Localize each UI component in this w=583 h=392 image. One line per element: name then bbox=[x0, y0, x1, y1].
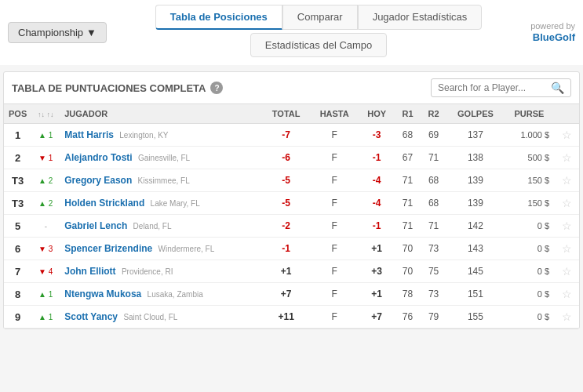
pos-cell: T3 bbox=[4, 169, 31, 192]
col-star bbox=[554, 104, 579, 124]
championship-button[interactable]: Championship ▼ bbox=[8, 22, 107, 43]
r2-cell: 69 bbox=[421, 124, 446, 147]
col-jugador: JUGADOR bbox=[60, 104, 262, 124]
purse-cell: 150 $ bbox=[505, 192, 554, 215]
player-name[interactable]: Spencer Brizendine bbox=[64, 243, 152, 254]
hasta-cell: F bbox=[310, 147, 359, 169]
golpes-cell: 143 bbox=[446, 238, 505, 260]
player-cell: Alejandro Tosti Gainesville, FL bbox=[60, 147, 262, 169]
pos-cell: 2 bbox=[4, 147, 31, 169]
r1-cell: 71 bbox=[395, 169, 421, 192]
scores-table-section: TABLA DE PUNTUACIONES COMPLETA ? 🔍 POS ↑… bbox=[3, 71, 580, 329]
player-cell: Ntengwa Mukosa Lusaka, Zambia bbox=[60, 283, 262, 306]
pos-cell: T3 bbox=[4, 192, 31, 215]
tab-estadisticas-campo[interactable]: Estadísticas del Campo bbox=[250, 33, 388, 57]
favorite-star[interactable]: ☆ bbox=[554, 124, 579, 147]
player-location: Windermere, FL bbox=[159, 245, 215, 253]
movement-cell: - bbox=[31, 215, 60, 238]
player-name[interactable]: Scott Yancy bbox=[64, 311, 118, 322]
player-cell: Holden Strickland Lake Mary, FL bbox=[60, 192, 262, 215]
search-box: 🔍 bbox=[431, 78, 571, 97]
movement-cell: ▲ 2 bbox=[31, 169, 60, 192]
golpes-cell: 137 bbox=[446, 124, 505, 147]
table-row: 1 ▲ 1 Matt Harris Lexington, KY -7 F -3 … bbox=[4, 124, 579, 147]
table-row: 2 ▼ 1 Alejandro Tosti Gainesville, FL -6… bbox=[4, 147, 579, 169]
player-location: Saint Cloud, FL bbox=[123, 313, 177, 321]
favorite-star[interactable]: ☆ bbox=[554, 169, 579, 192]
favorite-star[interactable]: ☆ bbox=[554, 260, 579, 283]
col-sort[interactable]: ↑↓ ↑↓ bbox=[31, 104, 60, 124]
col-hasta: HASTA bbox=[310, 104, 359, 124]
player-name[interactable]: Holden Strickland bbox=[64, 198, 144, 209]
tab-comparar[interactable]: Comparar bbox=[282, 5, 358, 30]
help-icon[interactable]: ? bbox=[210, 82, 223, 94]
movement-cell: ▲ 1 bbox=[31, 283, 60, 306]
player-location: Kissimmee, FL bbox=[138, 176, 190, 185]
hasta-cell: F bbox=[310, 192, 359, 215]
total-cell: +11 bbox=[262, 306, 310, 328]
table-row: 9 ▲ 1 Scott Yancy Saint Cloud, FL +11 F … bbox=[4, 306, 579, 328]
total-cell: -7 bbox=[262, 124, 310, 147]
total-cell: +1 bbox=[262, 260, 310, 283]
search-icon[interactable]: 🔍 bbox=[551, 82, 564, 94]
hasta-cell: F bbox=[310, 124, 359, 147]
tab-tabla-posiciones[interactable]: Tabla de Posiciones bbox=[155, 5, 282, 30]
pos-cell: 5 bbox=[4, 215, 31, 238]
golpes-cell: 139 bbox=[446, 192, 505, 215]
table-title-text: TABLA DE PUNTUACIONES COMPLETA bbox=[12, 82, 206, 94]
hoy-cell: -1 bbox=[359, 147, 395, 169]
player-location: Deland, FL bbox=[133, 222, 172, 230]
purse-cell: 1.000 $ bbox=[505, 124, 554, 147]
favorite-star[interactable]: ☆ bbox=[554, 283, 579, 306]
powered-by-text: powered by bbox=[530, 21, 575, 31]
movement-cell: ▲ 2 bbox=[31, 192, 60, 215]
movement-cell: ▼ 1 bbox=[31, 147, 60, 169]
table-row: 5 - Gabriel Lench Deland, FL -2 F -1 71 … bbox=[4, 215, 579, 238]
player-name[interactable]: Gabriel Lench bbox=[64, 220, 127, 231]
golpes-cell: 139 bbox=[446, 169, 505, 192]
hoy-cell: +1 bbox=[359, 283, 395, 306]
player-name[interactable]: Alejandro Tosti bbox=[64, 152, 132, 163]
col-r1: R1 bbox=[395, 104, 421, 124]
r1-cell: 71 bbox=[395, 192, 421, 215]
nav-tabs-row2: Estadísticas del Campo bbox=[250, 33, 388, 57]
purse-cell: 0 $ bbox=[505, 306, 554, 328]
player-name[interactable]: Ntengwa Mukosa bbox=[64, 289, 141, 299]
favorite-star[interactable]: ☆ bbox=[554, 238, 579, 260]
player-name[interactable]: John Elliott bbox=[64, 266, 115, 277]
purse-cell: 0 $ bbox=[505, 215, 554, 238]
favorite-star[interactable]: ☆ bbox=[554, 306, 579, 328]
col-hoy: HOY bbox=[359, 104, 395, 124]
r2-cell: 79 bbox=[421, 306, 446, 328]
hoy-cell: +1 bbox=[359, 238, 395, 260]
championship-label: Championship bbox=[18, 27, 83, 38]
search-input[interactable] bbox=[438, 82, 548, 93]
player-cell: Spencer Brizendine Windermere, FL bbox=[60, 238, 262, 260]
total-cell: -5 bbox=[262, 192, 310, 215]
table-row: 8 ▲ 1 Ntengwa Mukosa Lusaka, Zambia +7 F… bbox=[4, 283, 579, 306]
r2-cell: 71 bbox=[421, 147, 446, 169]
hoy-cell: -4 bbox=[359, 192, 395, 215]
r1-cell: 67 bbox=[395, 147, 421, 169]
player-name[interactable]: Gregory Eason bbox=[64, 175, 132, 186]
total-cell: -2 bbox=[262, 215, 310, 238]
tab-jugador-estadisticas[interactable]: Jugador Estadísticas bbox=[358, 5, 483, 30]
player-name[interactable]: Matt Harris bbox=[64, 129, 114, 140]
r1-cell: 70 bbox=[395, 260, 421, 283]
golpes-cell: 151 bbox=[446, 283, 505, 306]
purse-cell: 500 $ bbox=[505, 147, 554, 169]
favorite-star[interactable]: ☆ bbox=[554, 192, 579, 215]
r2-cell: 68 bbox=[421, 192, 446, 215]
move-up-icon: ▲ 2 bbox=[38, 199, 53, 208]
favorite-star[interactable]: ☆ bbox=[554, 215, 579, 238]
move-down-icon: ▼ 1 bbox=[38, 154, 53, 162]
movement-cell: ▼ 4 bbox=[31, 260, 60, 283]
player-cell: John Elliott Providence, RI bbox=[60, 260, 262, 283]
favorite-star[interactable]: ☆ bbox=[554, 147, 579, 169]
r2-cell: 73 bbox=[421, 238, 446, 260]
hasta-cell: F bbox=[310, 283, 359, 306]
table-title: TABLA DE PUNTUACIONES COMPLETA ? bbox=[12, 82, 223, 94]
r1-cell: 70 bbox=[395, 238, 421, 260]
move-up-icon: ▲ 1 bbox=[38, 131, 53, 140]
pos-cell: 7 bbox=[4, 260, 31, 283]
